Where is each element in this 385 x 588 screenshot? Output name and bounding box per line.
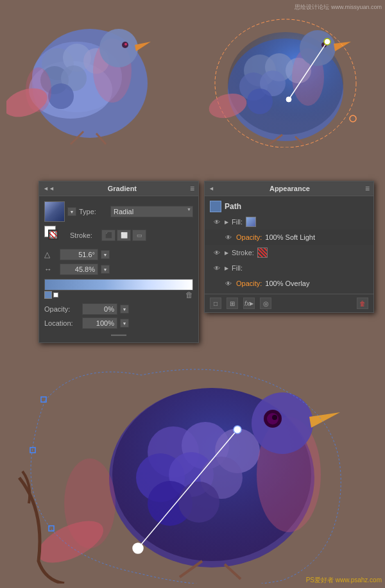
svg-line-63 xyxy=(225,564,241,579)
fill2-row-label: Fill: xyxy=(232,264,243,272)
appearance-collapse-controls[interactable]: ◄ xyxy=(209,185,214,192)
opacity-label: Opacity: xyxy=(44,305,80,313)
circle-icon[interactable]: ◎ xyxy=(260,298,271,309)
duplicate-icon[interactable]: ⊞ xyxy=(227,298,238,309)
opacity-row: Opacity: 0% ▼ xyxy=(44,303,193,315)
expand-stroke-arrow[interactable]: ▶ xyxy=(225,250,228,256)
type-select-wrapper[interactable]: Radial Linear xyxy=(110,206,193,217)
fill-row-label: Fill: xyxy=(232,218,243,226)
opacity-overlay-value[interactable]: 100% Overlay xyxy=(265,280,309,287)
svg-point-25 xyxy=(247,88,273,114)
gradient-collapse-icon[interactable]: ◄◄ xyxy=(43,185,55,192)
fx-icon[interactable]: fx ▶ xyxy=(243,298,255,309)
bird-illustration-top-right xyxy=(189,6,375,147)
gradient-panel-body: ▼ Type: Radial Linear Stroke: xyxy=(39,196,198,342)
opacity-soft-light-label[interactable]: Opacity: xyxy=(236,233,262,241)
opacity-soft-light-value[interactable]: 100% Soft Light xyxy=(265,233,315,241)
fx-arrow: ▶ xyxy=(250,301,253,307)
svg-marker-28 xyxy=(334,42,351,51)
bird-illustration-bottom xyxy=(13,349,379,584)
gradient-stop-left[interactable] xyxy=(44,291,52,299)
path-title: Path xyxy=(225,202,241,211)
type-label: Type: xyxy=(79,208,108,215)
opacity-overlay-label[interactable]: Opacity: xyxy=(236,280,262,287)
opacity-value-field[interactable]: 0% xyxy=(82,303,117,315)
gradient-bar[interactable] xyxy=(44,279,193,290)
stroke-row-label: Stroke: xyxy=(232,249,254,256)
gradient-stroke-row: Stroke: ⬛ ⬜ ▭ xyxy=(44,226,193,245)
appearance-fill2-row[interactable]: 👁 ▶ Fill: xyxy=(205,260,373,276)
appearance-panel-header: ◄ Appearance ≡ xyxy=(205,181,373,196)
svg-point-47 xyxy=(178,482,219,523)
stroke-btn-3[interactable]: ▭ xyxy=(132,230,146,241)
svg-marker-51 xyxy=(309,412,340,428)
gradient-panel-title: Gradient xyxy=(108,185,137,192)
gradient-stop-white[interactable] xyxy=(53,292,58,298)
stroke-label: Stroke: xyxy=(70,231,99,239)
location-arrow[interactable]: ▼ xyxy=(120,319,129,328)
appearance-menu-icon[interactable]: ≡ xyxy=(365,184,370,193)
gradient-swatch-arrow[interactable]: ▼ xyxy=(67,207,76,216)
delete-icon[interactable]: 🗑 xyxy=(357,298,368,309)
svg-point-14 xyxy=(124,43,127,46)
panel-resize-handle[interactable]: ▬▬▬ xyxy=(44,332,193,337)
scale-row: ↔ 45.8% ▼ xyxy=(44,264,193,275)
angle-arrow[interactable]: ▼ xyxy=(101,250,110,259)
angle-field[interactable]: 51.6° xyxy=(60,249,98,260)
gradient-type-row: ▼ Type: Radial Linear xyxy=(44,201,193,222)
stroke-color-swatch[interactable] xyxy=(48,230,58,240)
gradient-collapse-controls[interactable]: ◄◄ xyxy=(43,185,55,192)
svg-point-27 xyxy=(300,30,336,66)
appearance-stroke-row[interactable]: 👁 ▶ Stroke: xyxy=(205,245,373,260)
location-label: Location: xyxy=(44,319,80,327)
svg-point-32 xyxy=(286,97,291,102)
bird-illustration-top-left xyxy=(6,6,180,147)
svg-point-58 xyxy=(133,543,143,553)
gradient-menu-icon[interactable]: ≡ xyxy=(190,184,194,193)
appearance-overlay-row[interactable]: 👁 Opacity: 100% Overlay xyxy=(205,276,373,291)
stroke-swatch-area xyxy=(44,226,67,245)
stroke-swatches xyxy=(44,226,60,241)
stroke-btn-2[interactable]: ⬜ xyxy=(117,230,131,241)
appearance-collapse-icon[interactable]: ◄ xyxy=(209,185,214,192)
scale-icon: ↔ xyxy=(44,265,57,274)
visibility-overlay-icon[interactable]: 👁 xyxy=(224,280,233,287)
svg-point-31 xyxy=(324,38,330,45)
fill-gradient-swatch[interactable] xyxy=(246,217,256,227)
path-icon[interactable] xyxy=(210,201,221,212)
appearance-footer: □ ⊞ fx ▶ ◎ 🗑 xyxy=(205,294,373,312)
gradient-preview-swatch[interactable] xyxy=(44,201,65,222)
svg-point-54 xyxy=(272,415,277,420)
opacity-arrow[interactable]: ▼ xyxy=(120,305,129,314)
trash-icon[interactable]: 🗑 xyxy=(185,290,193,299)
stroke-indicator-swatch[interactable] xyxy=(257,248,268,258)
angle-row: △ 51.6° ▼ xyxy=(44,249,193,260)
svg-rect-60 xyxy=(30,448,35,453)
appearance-fill-row[interactable]: 👁 ▶ Fill: xyxy=(205,214,373,230)
stroke-button-group: ⬛ ⬜ ▭ xyxy=(101,230,146,241)
location-value-field[interactable]: 100% xyxy=(82,317,117,329)
gradient-bar-bottom: 🗑 xyxy=(44,290,193,299)
svg-point-50 xyxy=(252,392,313,454)
scale-arrow[interactable]: ▼ xyxy=(101,265,110,274)
visibility-stroke-icon[interactable]: 👁 xyxy=(212,249,221,256)
visibility-softlight-icon[interactable]: 👁 xyxy=(224,233,233,241)
gradient-panel: ◄◄ Gradient ≡ ▼ Type: Radial Linear xyxy=(38,181,199,343)
type-select[interactable]: Radial Linear xyxy=(110,206,193,217)
appearance-panel-title: Appearance xyxy=(270,185,310,192)
expand-fill2-arrow[interactable]: ▶ xyxy=(225,265,228,271)
visibility-fill-icon[interactable]: 👁 xyxy=(212,218,221,226)
location-row: Location: 100% ▼ xyxy=(44,317,193,329)
appearance-softlight-row[interactable]: 👁 Opacity: 100% Soft Light xyxy=(205,230,373,245)
new-layer-icon[interactable]: □ xyxy=(210,298,221,309)
scale-field[interactable]: 45.8% xyxy=(60,264,98,275)
expand-fill-arrow[interactable]: ▶ xyxy=(225,219,228,225)
gradient-bar-container: 🗑 xyxy=(44,279,193,299)
svg-rect-59 xyxy=(41,397,46,402)
svg-point-34 xyxy=(350,115,356,122)
watermark-bottom: PS爱好者 www.psahz.com xyxy=(306,576,382,585)
fx-label[interactable]: fx xyxy=(244,300,250,307)
gradient-panel-header: ◄◄ Gradient ≡ xyxy=(39,181,198,196)
visibility-fill2-icon[interactable]: 👁 xyxy=(212,264,221,272)
stroke-btn-1[interactable]: ⬛ xyxy=(101,230,116,241)
